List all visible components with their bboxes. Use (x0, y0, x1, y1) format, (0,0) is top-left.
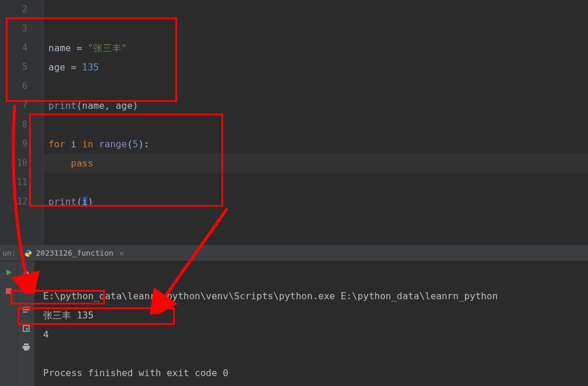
console-line: 张三丰 135 (43, 306, 498, 325)
python-icon (24, 249, 32, 257)
console-line: Process finished with exit code 0 (43, 363, 498, 383)
print-button[interactable] (20, 341, 33, 353)
scroll-to-end-button[interactable] (20, 322, 33, 335)
console-output[interactable]: E:\python_data\leanrn_python\venv\Script… (35, 261, 498, 386)
line-number: 5 (0, 58, 27, 77)
line-number: 2 (0, 0, 27, 19)
line-number: 8 (0, 115, 27, 134)
console-line: E:\python_data\leanrn_python\venv\Script… (43, 286, 498, 306)
code-content[interactable]: name = "张三丰"age = 135print(name, age)for… (38, 0, 149, 245)
line-number: 7 (0, 96, 27, 115)
line-number: 4 (0, 38, 27, 58)
line-number: 12 (0, 192, 27, 211)
stop-button[interactable] (2, 285, 15, 298)
up-button[interactable] (20, 266, 33, 279)
run-toolbar-2 (17, 261, 35, 386)
down-button[interactable] (20, 285, 33, 298)
line-number: 3 (0, 19, 27, 38)
soft-wrap-button[interactable] (20, 303, 33, 316)
run-toolbar-left (0, 261, 17, 386)
line-number: 11 (0, 173, 27, 192)
line-number: 6 (0, 77, 27, 96)
line-number: 9 (0, 134, 27, 154)
console-line: 4 (43, 325, 498, 344)
code-editor[interactable]: 2 3 4 5 6 7 8 9 10 11 12 name = "张三丰"age… (0, 0, 588, 245)
rerun-button[interactable] (2, 266, 15, 279)
run-panel-title: un: (2, 249, 19, 257)
svg-rect-0 (6, 288, 12, 294)
console-line (43, 344, 498, 363)
line-number: 10 (0, 154, 27, 173)
line-number-gutter: 2 3 4 5 6 7 8 9 10 11 12 (0, 0, 38, 245)
